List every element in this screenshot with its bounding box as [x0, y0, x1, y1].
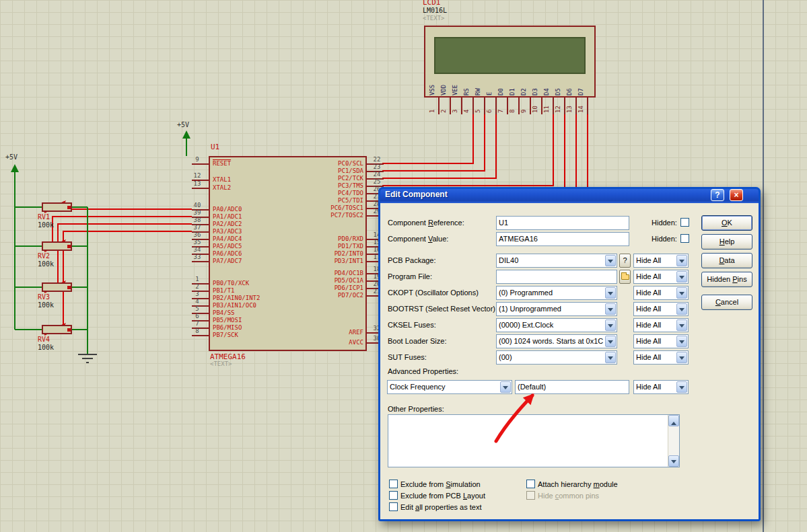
mcu-ref-label: U1	[211, 143, 219, 151]
chip-pin-stub[interactable]	[192, 261, 209, 262]
ckopt-hide-all-select[interactable]: Hide All	[633, 286, 689, 300]
chip-pin-label: XTAL2	[213, 184, 231, 191]
combo-value: (0000) Ext.Clock	[499, 321, 553, 329]
chevron-down-icon[interactable]	[676, 271, 687, 282]
data-button[interactable]: Data	[701, 253, 752, 268]
combo-value: Hide All	[636, 305, 661, 313]
chevron-down-icon[interactable]	[605, 303, 616, 315]
lcd-pin-stub[interactable]	[450, 98, 451, 114]
lcd-pin-number: 2	[440, 110, 447, 113]
chip-pin-stub[interactable]	[192, 188, 209, 189]
edit-all-properties-as-text-checkbox[interactable]	[389, 502, 398, 511]
chevron-down-icon[interactable]	[676, 319, 687, 331]
combo-value: (1) Unprogrammed	[499, 305, 561, 313]
lcd-pin-stub[interactable]	[438, 98, 440, 114]
program-file-label: Program File:	[388, 272, 432, 280]
lcd-pin-name: D0	[497, 88, 504, 96]
pcb-package-query-button[interactable]: ?	[619, 254, 631, 268]
component-reference-input[interactable]: U1	[496, 216, 629, 230]
schematic-canvas[interactable]: +5V +5V LCD1 LM016L <TEXT> U1 ATMEGA16 <…	[0, 0, 807, 532]
lcd-pin-stub[interactable]	[587, 98, 588, 114]
lcd-pin-number: 6	[486, 110, 493, 113]
exclude-from-pcb-layout-checkbox[interactable]	[389, 491, 398, 500]
cksel-fuses-select[interactable]: (0000) Ext.Clock	[496, 318, 617, 332]
lcd-pin-stub[interactable]	[518, 98, 520, 114]
lcd-pin-number: 9	[520, 110, 527, 113]
advanced-hide-all-select[interactable]: Hide All	[633, 380, 689, 394]
cksel-fuses-hide-all-select[interactable]: Hide All	[633, 318, 689, 332]
chip-pin-number: 24	[370, 171, 384, 178]
pcb-package-select[interactable]: DIL40	[496, 254, 617, 268]
lcd-ref-label: LCD1	[423, 0, 441, 7]
sut-fuses-select[interactable]: (00)	[496, 350, 617, 365]
program-file-hide-all-select[interactable]: Hide All	[633, 270, 689, 284]
chip-pin-label: PC0/SCL	[262, 160, 363, 167]
chip-pin-label: PB4/SS	[213, 309, 235, 316]
lcd-pin-stub[interactable]	[564, 98, 565, 114]
ok-button[interactable]: OK	[701, 215, 752, 231]
scroll-down-icon[interactable]	[668, 455, 679, 467]
chevron-down-icon[interactable]	[605, 336, 616, 347]
lcd-pin-stub[interactable]	[472, 98, 474, 114]
chip-pin-label: PA0/ADC0	[213, 206, 242, 213]
other-properties-textarea[interactable]	[388, 414, 680, 467]
bootrst-select[interactable]: (1) Unprogrammed	[496, 302, 617, 316]
scroll-up-icon[interactable]	[668, 415, 679, 426]
boot-loader-size-hide-all-select[interactable]: Hide All	[633, 334, 689, 348]
lcd-pin-stub[interactable]	[484, 98, 485, 114]
lcd-pin-stub[interactable]	[575, 98, 577, 114]
chevron-down-icon[interactable]	[605, 352, 616, 363]
chevron-down-icon[interactable]	[676, 352, 687, 363]
chevron-down-icon[interactable]	[605, 287, 616, 299]
exclude-from-simulation-checkbox[interactable]	[389, 480, 398, 488]
hidden-pins-button[interactable]: Hidden Pins	[701, 272, 752, 287]
boot-loader-size-select[interactable]: (00) 1024 words. Starts at 0x1C	[496, 334, 617, 348]
chip-pin-label: PB0/T0/XCK	[213, 280, 249, 287]
lcd-pin-stub[interactable]	[553, 98, 554, 114]
lcd-pin-stub[interactable]	[495, 98, 497, 114]
edit-all-properties-as-text-label: Edit all properties as text	[400, 503, 481, 511]
cancel-button[interactable]: Cancel	[701, 295, 752, 310]
lcd-pin-stub[interactable]	[530, 98, 531, 114]
help-button[interactable]: Help	[701, 234, 752, 250]
lcd-pin-name: RS	[463, 88, 470, 96]
sut-fuses-hide-all-select[interactable]: Hide All	[633, 350, 689, 365]
scrollbar[interactable]	[668, 415, 679, 467]
program-file-input[interactable]	[496, 270, 617, 284]
browse-button[interactable]	[619, 270, 631, 284]
chevron-down-icon[interactable]	[676, 381, 687, 393]
chip-pin-label: PD3/INT1	[262, 258, 363, 264]
chip-pin-number: 12	[190, 172, 205, 179]
component-reference-hidden-checkbox[interactable]	[680, 218, 689, 227]
chevron-down-icon[interactable]	[500, 381, 511, 393]
lcd-pin-name: D7	[577, 88, 584, 96]
junction-dot	[67, 328, 71, 332]
bootrst-hide-all-select[interactable]: Hide All	[633, 302, 689, 316]
chevron-down-icon[interactable]	[605, 319, 616, 331]
ckopt-select[interactable]: (0) Programmed	[496, 286, 617, 300]
chevron-down-icon[interactable]	[676, 287, 687, 299]
chevron-down-icon[interactable]	[676, 336, 687, 347]
lcd-pin-stub[interactable]	[507, 98, 508, 114]
lcd-pin-name: VDD	[440, 85, 447, 96]
attach-hierarchy-module-checkbox[interactable]	[526, 480, 535, 488]
pot-value-label: 100k	[38, 221, 54, 229]
pcb-package-hide-all-select[interactable]: Hide All	[633, 254, 689, 268]
chip-pin-label: PC5/TDI	[262, 197, 363, 204]
component-value-hidden-checkbox[interactable]	[680, 234, 689, 243]
chip-pin-stub[interactable]	[192, 335, 209, 336]
lcd-pin-stub[interactable]	[541, 98, 542, 114]
lcd-pin-stub[interactable]	[461, 98, 462, 114]
chip-pin-label: PA6/ADC6	[213, 250, 242, 257]
pot-ref-label: RV2	[38, 252, 50, 260]
chevron-down-icon[interactable]	[676, 255, 687, 266]
chevron-down-icon[interactable]	[676, 303, 687, 315]
advanced-property-value-input[interactable]: (Default)	[515, 380, 629, 394]
advanced-property-select[interactable]: Clock Frequency	[387, 380, 512, 394]
lcd-pin-name: VEE	[452, 85, 458, 96]
folder-icon	[621, 274, 629, 280]
component-value-input[interactable]: ATMEGA16	[496, 232, 629, 246]
chip-pin-stub[interactable]	[192, 163, 209, 165]
combo-value: (00)	[499, 353, 512, 361]
chevron-down-icon[interactable]	[605, 255, 616, 266]
